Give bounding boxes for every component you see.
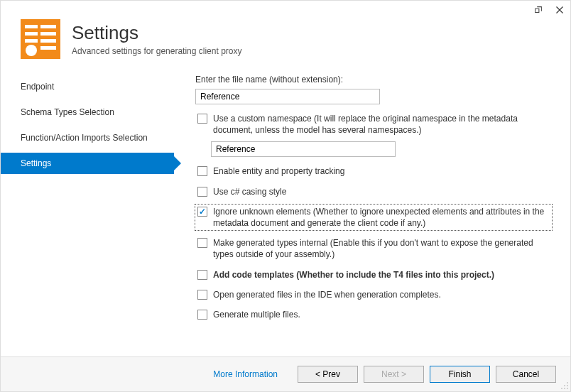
sidebar: Endpoint Schema Types Selection Function… — [1, 67, 174, 334]
option-label: Ignore unknown elements (Whether to igno… — [213, 206, 550, 229]
more-information-link[interactable]: More Information — [213, 369, 278, 379]
sidebar-item-settings[interactable]: Settings — [1, 153, 174, 174]
option-ignore-unknown: Ignore unknown elements (Whether to igno… — [195, 205, 552, 230]
option-multi-files: Generate multiple files. — [195, 307, 552, 322]
sidebar-item-label: Settings — [21, 158, 51, 168]
option-internal: Make generated types internal (Enable th… — [195, 236, 552, 261]
option-label: Enable entity and property tracking — [213, 165, 344, 177]
sidebar-item-label: Schema Types Selection — [21, 107, 114, 117]
svg-rect-3 — [25, 32, 38, 36]
option-custom-namespace: Use a custom namespace (It will replace … — [195, 111, 552, 137]
sidebar-item-label: Endpoint — [21, 82, 54, 92]
cancel-button[interactable]: Cancel — [496, 366, 556, 383]
svg-rect-4 — [40, 32, 56, 36]
svg-rect-1 — [25, 25, 38, 28]
finish-button[interactable]: Finish — [430, 366, 490, 383]
sidebar-item-function-imports[interactable]: Function/Action Imports Selection — [1, 127, 174, 148]
page-subtitle: Advanced settings for generating client … — [72, 46, 241, 56]
checkbox-ignore-unknown[interactable] — [197, 207, 207, 217]
svg-rect-5 — [25, 39, 38, 43]
checkbox-tracking[interactable] — [197, 166, 207, 176]
sidebar-item-endpoint[interactable]: Endpoint — [1, 76, 174, 97]
checkbox-open-files[interactable] — [197, 290, 207, 300]
option-label: Open generated files in the IDE when gen… — [213, 289, 441, 300]
checkbox-casing[interactable] — [197, 187, 207, 197]
svg-rect-2 — [40, 25, 56, 28]
checkbox-multi-files[interactable] — [197, 310, 207, 320]
option-label: Add code templates (Whether to include t… — [213, 269, 494, 281]
content-panel: Enter the file name (without extension):… — [174, 67, 570, 334]
svg-point-7 — [26, 45, 37, 56]
prev-button[interactable]: < Prev — [298, 366, 358, 383]
next-button: Next > — [364, 366, 424, 383]
option-label: Make generated types internal (Enable th… — [213, 237, 550, 260]
svg-rect-8 — [40, 46, 56, 50]
custom-namespace-input[interactable] — [211, 141, 396, 157]
svg-rect-6 — [40, 39, 56, 43]
option-label: Use c# casing style — [213, 186, 286, 197]
option-label: Use a custom namespace (It will replace … — [213, 113, 550, 136]
page-title: Settings — [72, 22, 241, 44]
option-tracking: Enable entity and property tracking — [195, 164, 552, 178]
sidebar-item-schema-types[interactable]: Schema Types Selection — [1, 102, 174, 123]
file-name-label: Enter the file name (without extension): — [195, 75, 552, 85]
checkbox-internal[interactable] — [197, 238, 207, 248]
checkbox-custom-namespace[interactable] — [197, 114, 207, 124]
checkbox-templates[interactable] — [197, 270, 207, 280]
footer: More Information < Prev Next > Finish Ca… — [1, 356, 570, 391]
option-templates: Add code templates (Whether to include t… — [195, 268, 552, 282]
option-casing: Use c# casing style — [195, 185, 552, 199]
close-icon[interactable] — [555, 5, 565, 15]
file-name-input[interactable] — [195, 89, 380, 104]
pop-out-icon[interactable] — [533, 5, 543, 15]
sidebar-item-label: Function/Action Imports Selection — [21, 133, 148, 143]
settings-wizard-icon — [21, 19, 60, 59]
option-label: Generate multiple files. — [213, 309, 300, 320]
option-open-files: Open generated files in the IDE when gen… — [195, 288, 552, 302]
